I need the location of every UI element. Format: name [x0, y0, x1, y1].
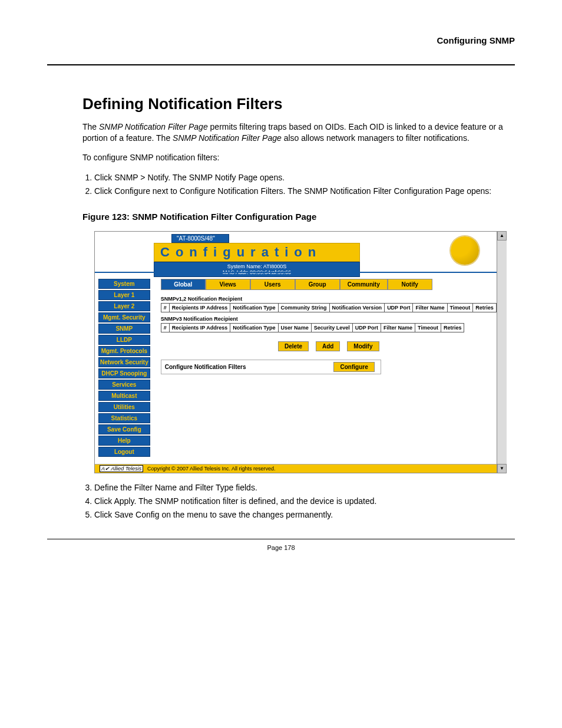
- vertical-scrollbar[interactable]: ▲ ▼: [497, 231, 507, 473]
- text: on the menu to save the changes permanen…: [160, 510, 333, 519]
- step-1: Click SNMP > Notify. The SNMP Notify Pag…: [94, 172, 515, 184]
- sidebar-item-logout[interactable]: Logout: [98, 447, 150, 457]
- text: opens:: [464, 186, 491, 196]
- sidebar-item-multicast[interactable]: Multicast: [98, 391, 150, 401]
- text: . The SNMP notification filter is define…: [134, 496, 376, 506]
- text: . The: [283, 186, 305, 196]
- sidebar-item-layer2[interactable]: Layer 2: [98, 301, 150, 311]
- page-ref: SNMP Notify Page: [189, 173, 257, 182]
- step-2: Click Configure next to Configure Notifi…: [94, 185, 515, 197]
- menu-path: SNMP > Notify: [114, 173, 168, 182]
- intro-paragraph-2: To configure SNMP notification filters:: [82, 152, 515, 163]
- field-ref: Filter Type: [195, 483, 233, 492]
- col-user-name: User Name: [278, 323, 311, 332]
- footer-logo: A✔ Allied Telesis: [100, 465, 143, 472]
- app-footer: A✔ Allied Telesis Copyright © 2007 Allie…: [95, 464, 497, 473]
- col-recipients-ip: Recipients IP Address: [169, 303, 230, 312]
- sidebar-nav: System Layer 1 Layer 2 Mgmt. Security SN…: [95, 273, 154, 464]
- snmpv12-label: SNMPv1,2 Notification Recipient: [161, 296, 497, 302]
- menu-ref: Save Config: [114, 510, 159, 519]
- app-title: Configuration: [154, 243, 360, 262]
- sidebar-item-save-config[interactable]: Save Config: [98, 424, 150, 434]
- sidebar-item-network-security[interactable]: Network Security: [98, 357, 150, 367]
- page-ref: SNMP Notification Filter Page: [99, 122, 208, 131]
- table-header-row: # Recipients IP Address Notification Typ…: [161, 323, 464, 332]
- configure-button[interactable]: Configure: [333, 362, 374, 372]
- configure-filters-row: Configure Notification Filters Configure: [161, 360, 381, 374]
- system-info: System Name: ATI8000S MAC Addr: 00:99:64…: [154, 262, 360, 277]
- text: next to: [150, 186, 180, 196]
- scroll-up-icon[interactable]: ▲: [497, 231, 507, 241]
- sidebar-item-dhcp-snooping[interactable]: DHCP Snooping: [98, 368, 150, 378]
- sidebar-item-mgmt-protocols[interactable]: Mgmt. Protocols: [98, 346, 150, 356]
- page-ref: SNMP Notification Filter Page: [173, 133, 282, 143]
- text: . The: [168, 173, 189, 182]
- footer-copyright: Copyright © 2007 Allied Telesis Inc. All…: [147, 466, 276, 472]
- sidebar-item-utilities[interactable]: Utilities: [98, 402, 150, 412]
- tab-users[interactable]: Users: [250, 279, 295, 290]
- col-community-string: Community String: [278, 303, 329, 312]
- col-filter-name: Filter Name: [413, 303, 447, 312]
- snmpv3-table: # Recipients IP Address Notification Typ…: [161, 323, 465, 332]
- text: Click: [94, 173, 114, 182]
- col-retries: Retries: [441, 323, 464, 332]
- table-header-row: # Recipients IP Address Notification Typ…: [161, 303, 496, 312]
- bottom-rule: [47, 539, 515, 539]
- col-notif-type: Notification Type: [230, 323, 278, 332]
- snmpv12-table: # Recipients IP Address Notification Typ…: [161, 303, 497, 312]
- tab-community[interactable]: Community: [340, 279, 388, 290]
- device-tab: "AT-8000S/48": [171, 234, 229, 243]
- col-timeout: Timeout: [415, 323, 441, 332]
- step-4: Click Apply. The SNMP notification filte…: [94, 495, 515, 508]
- sidebar-item-services[interactable]: Services: [98, 380, 150, 390]
- col-udp-port: UDP Port: [385, 303, 413, 312]
- tab-bar: Global Views Users Group Community Notif…: [161, 279, 497, 290]
- col-security-level: Security Level: [311, 323, 352, 332]
- system-name: System Name: ATI8000S: [227, 263, 286, 269]
- figure-caption: Figure 123: SNMP Notification Filter Con…: [82, 212, 515, 222]
- banner-rule: [95, 272, 497, 273]
- button-ref: Apply: [114, 496, 134, 506]
- tab-global[interactable]: Global: [161, 279, 206, 290]
- sidebar-item-system[interactable]: System: [98, 279, 150, 289]
- delete-button[interactable]: Delete: [278, 341, 309, 351]
- col-udp-port: UDP Port: [352, 323, 381, 332]
- sidebar-item-snmp[interactable]: SNMP: [98, 324, 150, 334]
- chapter-header: Configuring SNMP: [47, 35, 515, 45]
- col-filter-name: Filter Name: [381, 323, 415, 332]
- text: fields.: [233, 483, 257, 492]
- col-num: #: [161, 303, 169, 312]
- label-ref: Configure Notification Filters: [180, 186, 283, 196]
- sidebar-item-mgmt-security[interactable]: Mgmt. Security: [98, 312, 150, 322]
- text: opens.: [257, 173, 285, 182]
- logo-icon: [451, 236, 479, 265]
- action-buttons: Delete Add Modify: [161, 341, 497, 351]
- text: also allows network managers to filter n…: [282, 133, 470, 143]
- sidebar-item-layer1[interactable]: Layer 1: [98, 290, 150, 300]
- tab-group[interactable]: Group: [295, 279, 340, 290]
- col-notif-type: Notification Type: [230, 303, 278, 312]
- tab-notify[interactable]: Notify: [388, 279, 432, 290]
- text: Define the: [94, 483, 134, 492]
- sidebar-item-statistics[interactable]: Statistics: [98, 413, 150, 423]
- content-area: Global Views Users Group Community Notif…: [154, 273, 504, 464]
- scroll-down-icon[interactable]: ▼: [497, 464, 507, 473]
- figure-123: "AT-8000S/48" Configuration System Name:…: [94, 231, 497, 473]
- button-ref: Configure: [114, 186, 150, 196]
- add-button[interactable]: Add: [316, 341, 340, 351]
- configure-filters-label: Configure Notification Filters: [165, 364, 246, 370]
- sidebar-item-lldp[interactable]: LLDP: [98, 335, 150, 345]
- snmpv3-label: SNMPv3 Notification Recipient: [161, 316, 497, 322]
- tab-views[interactable]: Views: [206, 279, 250, 290]
- col-retries: Retries: [473, 303, 497, 312]
- intro-paragraph-1: The SNMP Notification Filter Page permit…: [82, 121, 515, 144]
- page-number: Page 178: [47, 544, 515, 551]
- step-5: Click Save Config on the menu to save th…: [94, 509, 515, 521]
- col-notif-version: Notification Version: [329, 303, 385, 312]
- modify-button[interactable]: Modify: [347, 341, 379, 351]
- text: Click: [94, 510, 114, 519]
- sidebar-item-help[interactable]: Help: [98, 436, 150, 446]
- page-ref: SNMP Notification Filter Configuration P…: [304, 186, 464, 196]
- field-ref: Filter Name: [134, 483, 177, 492]
- steps-top: Click SNMP > Notify. The SNMP Notify Pag…: [82, 172, 515, 197]
